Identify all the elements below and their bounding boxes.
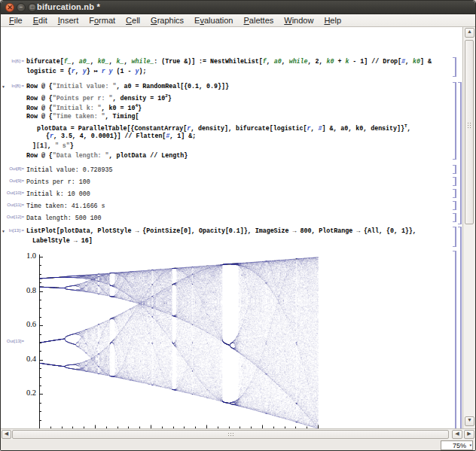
window-title: bifurcation.nb * — [37, 2, 100, 11]
menu-window[interactable]: Window — [279, 15, 319, 26]
y-tick-label: 0.8 — [17, 286, 36, 294]
maximize-icon[interactable]: □ — [28, 3, 37, 12]
code-line[interactable]: logistic = {r, y} ↦ r y (1 - y); — [26, 67, 146, 76]
scroll-down-icon[interactable]: ▼ — [465, 416, 474, 426]
magnification-value: 75% — [453, 442, 466, 449]
code-line[interactable]: LabelStyle → 16] — [32, 236, 93, 245]
scroll-right-icon[interactable]: ▶ — [464, 430, 474, 439]
menu-edit[interactable]: Edit — [28, 15, 53, 26]
output-text: Initial value: 0.728935 — [26, 166, 113, 175]
notebook-area[interactable]: In[6]:=bifurcate[f_, a0_, k0_, k_, while… — [1, 27, 464, 428]
code-line[interactable]: bifurcate[f_, a0_, k0_, k_, while_: (Tru… — [26, 57, 432, 66]
vertical-scrollbar[interactable]: ▲ ▼ — [462, 27, 475, 428]
vertical-scroll-thumb[interactable] — [465, 40, 474, 224]
group-open-arrow-icon[interactable]: ▼ — [2, 84, 5, 89]
cell-bracket[interactable] — [453, 201, 456, 210]
mathematica-window: ✕ − □ bifurcation.nb * FileEditInsertFor… — [0, 0, 476, 451]
menu-help[interactable]: Help — [319, 15, 346, 26]
code-line[interactable]: Row @ {"Initial value: ", a0 = RandomRea… — [26, 82, 229, 91]
menu-format[interactable]: Format — [84, 15, 121, 26]
close-icon[interactable]: ✕ — [5, 3, 14, 12]
menu-palettes[interactable]: Palettes — [239, 15, 279, 26]
scroll-left-icon[interactable]: ◀ — [2, 430, 11, 439]
in-label: In[6]:= — [1, 59, 24, 63]
cell-bracket[interactable] — [458, 227, 462, 428]
out-label: Out[10]= — [1, 190, 24, 195]
cell-bracket[interactable] — [453, 57, 456, 77]
plot-output: Out[13]= 3.63.73.83.94.00.20.40.60.81.0 — [1, 249, 453, 428]
code-line[interactable]: ]⟦1⟧, " s"} — [32, 142, 74, 151]
cell-bracket[interactable] — [453, 165, 456, 174]
out-label: Out[8]= — [1, 166, 24, 171]
out-label: Out[12]= — [1, 215, 24, 219]
menu-file[interactable]: File — [4, 15, 28, 26]
magnification-dropdown[interactable]: 75% ▾ — [441, 440, 473, 450]
code-line[interactable]: ListPlot[plotData, PlotStyle → {PointSiz… — [26, 227, 416, 236]
code-line[interactable]: Row @ {"Time taken: ", Timing[ — [26, 112, 139, 121]
menu-evaluation[interactable]: Evaluation — [189, 15, 238, 26]
output-text: Time taken: 41.1666 s — [26, 202, 105, 211]
horizontal-scroll-thumb[interactable] — [12, 430, 449, 439]
code-line[interactable]: Row @ {"Data length: ", plotData // Leng… — [26, 151, 188, 160]
y-tick-label: 0.6 — [17, 320, 36, 328]
minimize-icon[interactable]: − — [17, 3, 26, 12]
cell-bracket[interactable] — [453, 177, 456, 186]
cell-bracket[interactable] — [453, 189, 456, 198]
group-open-arrow-icon[interactable]: ▼ — [2, 229, 5, 233]
menu-graphics[interactable]: Graphics — [145, 15, 189, 26]
y-tick-label: 0.4 — [17, 355, 36, 363]
out-label: Out[9]= — [1, 178, 24, 183]
y-tick-label: 1.0 — [17, 251, 36, 260]
chevron-down-icon: ▾ — [469, 440, 471, 449]
code-line[interactable]: {r, 3.5, 4, 0.0001}] // Flatten[#, 1] &; — [46, 132, 196, 141]
out-label: Out[11]= — [1, 203, 24, 207]
cell-bracket[interactable] — [453, 213, 456, 222]
cell-bracket[interactable] — [453, 251, 456, 428]
cell-bracket[interactable] — [458, 82, 462, 224]
output-text: Initial k: 10 000 — [26, 190, 90, 199]
menu-bar: FileEditInsertFormatCellGraphicsEvaluati… — [1, 14, 475, 27]
out-label-plot: Out[13]= — [1, 339, 24, 343]
bifurcation-plot-canvas[interactable] — [39, 254, 322, 428]
status-bar: 75% ▾ — [1, 440, 476, 451]
title-bar[interactable]: ✕ − □ bifurcation.nb * — [1, 1, 475, 14]
horizontal-scrollbar[interactable]: ◀ ◀ ▶ — [1, 428, 476, 440]
output-text: Data length: 500 100 — [26, 214, 102, 223]
cell-bracket[interactable] — [453, 82, 456, 160]
menu-insert[interactable]: Insert — [53, 15, 84, 26]
scroll-left2-icon[interactable]: ◀ — [452, 430, 462, 439]
menu-cell[interactable]: Cell — [121, 15, 145, 26]
y-tick-label: 0.2 — [17, 389, 36, 397]
cell-bracket[interactable] — [453, 227, 456, 247]
scroll-up-icon[interactable]: ▲ — [465, 28, 474, 38]
output-text: Points per r: 100 — [26, 178, 90, 187]
